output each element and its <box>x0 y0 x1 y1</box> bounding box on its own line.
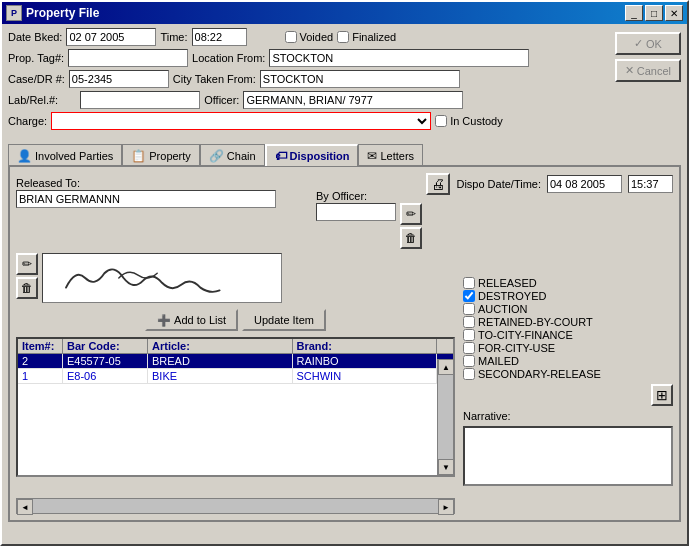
released-to-input[interactable] <box>16 190 276 208</box>
scroll-right-button[interactable]: ► <box>438 499 454 515</box>
minimize-button[interactable]: _ <box>625 5 643 21</box>
scroll-track[interactable] <box>438 375 453 459</box>
involved-parties-icon: 👤 <box>17 149 32 163</box>
print-button[interactable]: 🖨 <box>426 173 450 195</box>
add-icon: ➕ <box>157 314 171 327</box>
grid-button[interactable]: ⊞ <box>651 384 673 406</box>
officer-input[interactable] <box>243 91 463 109</box>
dispo-date-area: 🖨 Dispo Date/Time: <box>426 173 673 195</box>
for-city-use-checkbox[interactable] <box>463 342 475 354</box>
lab-rel-label: Lab/Rel.#: <box>8 94 58 106</box>
released-to-section: Released To: By Officer: ✏ 🗑 <box>16 177 455 249</box>
tab-disposition[interactable]: 🏷 Disposition <box>265 144 359 166</box>
dispo-date-input[interactable] <box>547 175 622 193</box>
date-bked-input[interactable] <box>66 28 156 46</box>
narrative-section: Narrative: <box>463 410 673 488</box>
ok-cancel-panel: ✓ OK ✕ Cancel <box>615 32 681 82</box>
cell-item-1: 2 <box>18 354 63 368</box>
add-to-list-button[interactable]: ➕ Add to List <box>145 309 238 331</box>
window-title: Property File <box>26 6 621 20</box>
title-bar: P Property File _ □ ✕ <box>2 2 687 24</box>
released-checkbox[interactable] <box>463 277 475 289</box>
by-officer-input[interactable] <box>316 203 396 221</box>
action-buttons: ➕ Add to List Update Item <box>16 309 455 331</box>
chain-icon: 🔗 <box>209 149 224 163</box>
items-table[interactable]: Item#: Bar Code: Article: Brand: 2 E4557… <box>16 337 455 477</box>
tab-property[interactable]: 📋 Property <box>122 144 200 166</box>
col-item: Item#: <box>18 339 63 353</box>
cell-barcode-2: E8-06 <box>63 369 148 383</box>
finalized-checkbox-label: Finalized <box>337 31 396 43</box>
by-officer-section: By Officer: ✏ 🗑 <box>316 190 422 249</box>
letters-icon: ✉ <box>367 149 377 163</box>
cell-brand-1: RAINBO <box>293 354 438 368</box>
table-scrollbar[interactable]: ▲ ▼ <box>437 359 453 475</box>
narrative-textarea[interactable] <box>463 426 673 486</box>
prop-tag-input[interactable] <box>68 49 188 67</box>
table-row[interactable]: 1 E8-06 BIKE SCHWIN <box>18 369 453 384</box>
released-checkbox-item: RELEASED <box>463 277 673 289</box>
location-from-input[interactable] <box>269 49 529 67</box>
scroll-left-button[interactable]: ◄ <box>17 499 33 515</box>
pen-officer-button[interactable]: ✏ <box>400 203 422 225</box>
trash-officer-button[interactable]: 🗑 <box>400 227 422 249</box>
scroll-down-button[interactable]: ▼ <box>438 459 454 475</box>
released-to-label: Released To: <box>16 177 80 189</box>
finalized-checkbox[interactable] <box>337 31 349 43</box>
scroll-up-button[interactable]: ▲ <box>438 359 454 375</box>
city-taken-from-label: City Taken From: <box>173 73 256 85</box>
table-row[interactable]: 2 E45577-05 BREAD RAINBO <box>18 354 453 369</box>
pen-signature-button[interactable]: ✏ <box>16 253 38 275</box>
released-by-row: By Officer: ✏ 🗑 <box>16 190 455 249</box>
case-dr-input[interactable] <box>69 70 169 88</box>
lab-rel-input[interactable] <box>80 91 200 109</box>
destroyed-checkbox[interactable] <box>463 290 475 302</box>
horizontal-scrollbar[interactable]: ◄ ► <box>16 498 455 514</box>
h-scroll-track[interactable] <box>33 499 438 513</box>
property-icon: 📋 <box>131 149 146 163</box>
charge-dropdown[interactable] <box>51 112 431 130</box>
tabs-container: 👤 Involved Parties 📋 Property 🔗 Chain 🏷 … <box>2 143 687 522</box>
tab-involved-parties[interactable]: 👤 Involved Parties <box>8 144 122 166</box>
trash-signature-button[interactable]: 🗑 <box>16 277 38 299</box>
close-button[interactable]: ✕ <box>665 5 683 21</box>
signature-svg <box>43 254 281 302</box>
window-icon: P <box>6 5 22 21</box>
x-icon: ✕ <box>625 64 634 77</box>
update-item-button[interactable]: Update Item <box>242 309 326 331</box>
city-taken-from-input[interactable] <box>260 70 460 88</box>
secondary-release-checkbox[interactable] <box>463 368 475 380</box>
col-barcode: Bar Code: <box>63 339 148 353</box>
voided-checkbox[interactable] <box>285 31 297 43</box>
time-input[interactable] <box>192 28 247 46</box>
retained-checkbox[interactable] <box>463 316 475 328</box>
row-5: Charge: In Custody <box>8 112 681 130</box>
tab-letters[interactable]: ✉ Letters <box>358 144 423 166</box>
mailed-checkbox[interactable] <box>463 355 475 367</box>
auction-checkbox-item: AUCTION <box>463 303 673 315</box>
voided-checkbox-label: Voided <box>285 31 334 43</box>
main-window: P Property File _ □ ✕ ✓ OK ✕ Cancel Date… <box>0 0 689 546</box>
maximize-button[interactable]: □ <box>645 5 663 21</box>
header-form: Date Bked: Time: Voided Finalized Prop. … <box>2 24 687 137</box>
sig-btns: ✏ 🗑 <box>16 253 38 299</box>
auction-checkbox[interactable] <box>463 303 475 315</box>
to-city-finance-checkbox-item: TO-CITY-FINANCE <box>463 329 673 341</box>
col-brand: Brand: <box>293 339 438 353</box>
checkmark-icon: ✓ <box>634 37 643 50</box>
ok-button[interactable]: ✓ OK <box>615 32 681 55</box>
case-dr-label: Case/DR #: <box>8 73 65 85</box>
row-1: Date Bked: Time: Voided Finalized <box>8 28 681 46</box>
in-custody-checkbox[interactable] <box>435 115 447 127</box>
dispo-time-input[interactable] <box>628 175 673 193</box>
officer-label: Officer: <box>204 94 239 106</box>
right-content: RELEASED DESTROYED AUCTION RETAINED <box>463 177 673 514</box>
grid-btn-row: ⊞ <box>463 384 673 406</box>
destroyed-checkbox-item: DESTROYED <box>463 290 673 302</box>
tab-chain[interactable]: 🔗 Chain <box>200 144 265 166</box>
signature-image <box>42 253 282 303</box>
cancel-button[interactable]: ✕ Cancel <box>615 59 681 82</box>
in-custody-label: In Custody <box>435 115 503 127</box>
cell-brand-2: SCHWIN <box>293 369 438 383</box>
to-city-finance-checkbox[interactable] <box>463 329 475 341</box>
